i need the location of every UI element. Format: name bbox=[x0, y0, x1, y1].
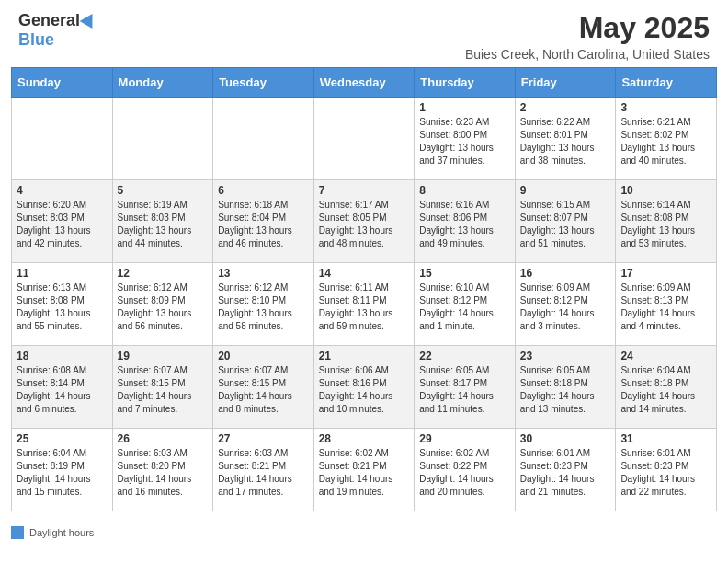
day-cell: 25Sunrise: 6:04 AM Sunset: 8:19 PM Dayli… bbox=[12, 429, 113, 511]
day-number: 14 bbox=[319, 267, 410, 280]
day-info: Sunrise: 6:09 AM Sunset: 8:12 PM Dayligh… bbox=[520, 282, 611, 333]
day-info: Sunrise: 6:02 AM Sunset: 8:22 PM Dayligh… bbox=[419, 447, 510, 499]
day-number: 7 bbox=[319, 184, 410, 197]
day-cell: 6Sunrise: 6:18 AM Sunset: 8:04 PM Daylig… bbox=[213, 180, 314, 263]
day-info: Sunrise: 6:14 AM Sunset: 8:08 PM Dayligh… bbox=[620, 199, 711, 250]
day-info: Sunrise: 6:13 AM Sunset: 8:08 PM Dayligh… bbox=[17, 282, 108, 333]
day-cell: 18Sunrise: 6:08 AM Sunset: 8:14 PM Dayli… bbox=[12, 346, 113, 429]
day-info: Sunrise: 6:07 AM Sunset: 8:15 PM Dayligh… bbox=[118, 364, 209, 416]
day-info: Sunrise: 6:12 AM Sunset: 8:10 PM Dayligh… bbox=[218, 282, 309, 333]
day-cell bbox=[313, 98, 415, 180]
day-cell: 30Sunrise: 6:01 AM Sunset: 8:23 PM Dayli… bbox=[515, 429, 616, 511]
day-info: Sunrise: 6:06 AM Sunset: 8:16 PM Dayligh… bbox=[319, 364, 410, 416]
main-title: May 2025 bbox=[465, 11, 710, 45]
logo-blue-text: Blue bbox=[18, 30, 54, 50]
day-cell bbox=[112, 98, 213, 180]
day-cell bbox=[213, 98, 314, 180]
logo: General Blue bbox=[18, 11, 97, 50]
day-info: Sunrise: 6:07 AM Sunset: 8:15 PM Dayligh… bbox=[218, 364, 309, 416]
week-row: 1Sunrise: 6:23 AM Sunset: 8:00 PM Daylig… bbox=[12, 98, 717, 180]
day-cell: 27Sunrise: 6:03 AM Sunset: 8:21 PM Dayli… bbox=[213, 429, 314, 511]
day-number: 13 bbox=[218, 267, 309, 280]
header-row: SundayMondayTuesdayWednesdayThursdayFrid… bbox=[12, 68, 717, 98]
header-cell-thursday: Thursday bbox=[415, 68, 516, 98]
day-info: Sunrise: 6:17 AM Sunset: 8:05 PM Dayligh… bbox=[319, 199, 410, 250]
day-number: 16 bbox=[520, 267, 611, 280]
day-number: 31 bbox=[620, 432, 711, 445]
day-info: Sunrise: 6:05 AM Sunset: 8:17 PM Dayligh… bbox=[419, 364, 510, 416]
day-info: Sunrise: 6:15 AM Sunset: 8:07 PM Dayligh… bbox=[520, 199, 611, 250]
day-cell: 8Sunrise: 6:16 AM Sunset: 8:06 PM Daylig… bbox=[415, 180, 516, 263]
footer: Daylight hours bbox=[0, 523, 728, 546]
day-cell: 26Sunrise: 6:03 AM Sunset: 8:20 PM Dayli… bbox=[112, 429, 213, 511]
day-info: Sunrise: 6:18 AM Sunset: 8:04 PM Dayligh… bbox=[218, 199, 309, 250]
title-area: May 2025 Buies Creek, North Carolina, Un… bbox=[465, 11, 710, 62]
day-cell: 28Sunrise: 6:02 AM Sunset: 8:21 PM Dayli… bbox=[313, 429, 415, 511]
day-number: 24 bbox=[620, 350, 711, 362]
day-info: Sunrise: 6:04 AM Sunset: 8:19 PM Dayligh… bbox=[17, 447, 108, 499]
logo-general-text: General bbox=[18, 11, 80, 30]
day-cell: 11Sunrise: 6:13 AM Sunset: 8:08 PM Dayli… bbox=[12, 263, 113, 346]
day-number: 5 bbox=[118, 184, 209, 197]
calendar-body: 1Sunrise: 6:23 AM Sunset: 8:00 PM Daylig… bbox=[12, 98, 717, 511]
day-cell: 23Sunrise: 6:05 AM Sunset: 8:18 PM Dayli… bbox=[515, 346, 616, 429]
week-row: 18Sunrise: 6:08 AM Sunset: 8:14 PM Dayli… bbox=[12, 346, 717, 429]
header-cell-saturday: Saturday bbox=[616, 68, 717, 98]
day-cell: 24Sunrise: 6:04 AM Sunset: 8:18 PM Dayli… bbox=[616, 346, 717, 429]
calendar-container: SundayMondayTuesdayWednesdayThursdayFrid… bbox=[0, 67, 728, 523]
day-info: Sunrise: 6:03 AM Sunset: 8:21 PM Dayligh… bbox=[218, 447, 309, 499]
day-number: 10 bbox=[620, 184, 711, 197]
week-row: 4Sunrise: 6:20 AM Sunset: 8:03 PM Daylig… bbox=[12, 180, 717, 263]
day-cell: 3Sunrise: 6:21 AM Sunset: 8:02 PM Daylig… bbox=[616, 98, 717, 180]
day-cell: 22Sunrise: 6:05 AM Sunset: 8:17 PM Dayli… bbox=[415, 346, 516, 429]
day-cell: 4Sunrise: 6:20 AM Sunset: 8:03 PM Daylig… bbox=[12, 180, 113, 263]
day-number: 28 bbox=[319, 432, 410, 445]
day-number: 12 bbox=[118, 267, 209, 280]
day-info: Sunrise: 6:22 AM Sunset: 8:01 PM Dayligh… bbox=[520, 116, 611, 167]
header-cell-sunday: Sunday bbox=[12, 68, 113, 98]
day-number: 25 bbox=[17, 432, 108, 445]
day-info: Sunrise: 6:01 AM Sunset: 8:23 PM Dayligh… bbox=[520, 447, 611, 499]
day-cell: 16Sunrise: 6:09 AM Sunset: 8:12 PM Dayli… bbox=[515, 263, 616, 346]
legend-label: Daylight hours bbox=[29, 527, 94, 538]
day-info: Sunrise: 6:05 AM Sunset: 8:18 PM Dayligh… bbox=[520, 364, 611, 416]
day-cell: 31Sunrise: 6:01 AM Sunset: 8:23 PM Dayli… bbox=[616, 429, 717, 511]
day-info: Sunrise: 6:23 AM Sunset: 8:00 PM Dayligh… bbox=[419, 116, 510, 167]
day-number: 8 bbox=[419, 184, 510, 197]
subtitle: Buies Creek, North Carolina, United Stat… bbox=[465, 47, 710, 62]
day-cell: 20Sunrise: 6:07 AM Sunset: 8:15 PM Dayli… bbox=[213, 346, 314, 429]
day-cell: 17Sunrise: 6:09 AM Sunset: 8:13 PM Dayli… bbox=[616, 263, 717, 346]
day-number: 2 bbox=[520, 101, 611, 114]
day-cell: 5Sunrise: 6:19 AM Sunset: 8:03 PM Daylig… bbox=[112, 180, 213, 263]
day-cell: 14Sunrise: 6:11 AM Sunset: 8:11 PM Dayli… bbox=[313, 263, 415, 346]
day-info: Sunrise: 6:21 AM Sunset: 8:02 PM Dayligh… bbox=[620, 116, 711, 167]
day-cell: 1Sunrise: 6:23 AM Sunset: 8:00 PM Daylig… bbox=[415, 98, 516, 180]
day-number: 26 bbox=[118, 432, 209, 445]
calendar-table: SundayMondayTuesdayWednesdayThursdayFrid… bbox=[11, 67, 717, 511]
day-cell: 29Sunrise: 6:02 AM Sunset: 8:22 PM Dayli… bbox=[415, 429, 516, 511]
day-info: Sunrise: 6:09 AM Sunset: 8:13 PM Dayligh… bbox=[620, 282, 711, 333]
page-header: General Blue May 2025 Buies Creek, North… bbox=[0, 0, 728, 67]
day-cell: 10Sunrise: 6:14 AM Sunset: 8:08 PM Dayli… bbox=[616, 180, 717, 263]
header-cell-monday: Monday bbox=[112, 68, 213, 98]
header-cell-friday: Friday bbox=[515, 68, 616, 98]
day-number: 22 bbox=[419, 350, 510, 362]
day-number: 4 bbox=[17, 184, 108, 197]
day-number: 17 bbox=[620, 267, 711, 280]
legend-color-box bbox=[11, 526, 24, 539]
day-number: 20 bbox=[218, 350, 309, 362]
week-row: 11Sunrise: 6:13 AM Sunset: 8:08 PM Dayli… bbox=[12, 263, 717, 346]
day-cell: 2Sunrise: 6:22 AM Sunset: 8:01 PM Daylig… bbox=[515, 98, 616, 180]
day-cell: 19Sunrise: 6:07 AM Sunset: 8:15 PM Dayli… bbox=[112, 346, 213, 429]
day-info: Sunrise: 6:11 AM Sunset: 8:11 PM Dayligh… bbox=[319, 282, 410, 333]
day-cell bbox=[12, 98, 113, 180]
day-info: Sunrise: 6:08 AM Sunset: 8:14 PM Dayligh… bbox=[17, 364, 108, 416]
week-row: 25Sunrise: 6:04 AM Sunset: 8:19 PM Dayli… bbox=[12, 429, 717, 511]
day-number: 9 bbox=[520, 184, 611, 197]
day-number: 29 bbox=[419, 432, 510, 445]
day-cell: 7Sunrise: 6:17 AM Sunset: 8:05 PM Daylig… bbox=[313, 180, 415, 263]
day-number: 19 bbox=[118, 350, 209, 362]
day-info: Sunrise: 6:03 AM Sunset: 8:20 PM Dayligh… bbox=[118, 447, 209, 499]
day-number: 11 bbox=[17, 267, 108, 280]
day-number: 3 bbox=[620, 101, 711, 114]
